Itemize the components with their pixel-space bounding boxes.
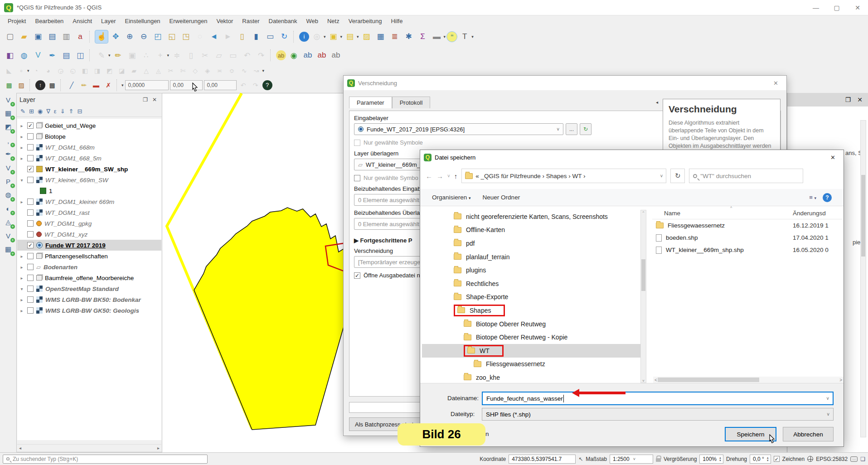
scroll-left-icon[interactable]: ◂ <box>19 446 21 450</box>
layer-item[interactable]: WT_DGM1_rast <box>17 207 161 218</box>
datasource-manager-icon[interactable]: ◧ <box>4 49 16 62</box>
delete-ring-icon[interactable]: ◪ <box>116 65 127 76</box>
panel-float-icon[interactable]: ❐ <box>141 97 150 103</box>
remove-layer-icon[interactable]: ⊟ <box>77 108 82 115</box>
layer-item[interactable]: ▸Baumfreie_offene_Moorbereiche <box>17 272 161 283</box>
folder-tree-item[interactable]: Offline-Karten <box>422 223 642 237</box>
magnifier-spinbox[interactable]: 100%▲▼ <box>699 455 723 464</box>
layer-visibility-checkbox[interactable] <box>27 296 34 303</box>
zoom-last-icon[interactable]: ◄ <box>208 30 220 43</box>
simplify-feature-icon[interactable]: ◵ <box>68 65 78 76</box>
folder-tree-item[interactable]: Shape-Exporte <box>422 291 642 304</box>
manage-map-themes-icon[interactable]: ◉ <box>38 108 43 115</box>
layer-item[interactable]: ▸Biotope <box>17 131 161 142</box>
cad-tools-icon[interactable]: ∘ <box>16 65 27 76</box>
expander-icon[interactable]: ▸ <box>19 308 24 313</box>
extents-toggle-icon[interactable]: ↖ <box>578 456 583 462</box>
pan-map-icon[interactable]: ☝ <box>95 30 108 43</box>
tab-protokoll[interactable]: Protokoll <box>392 97 431 108</box>
expand-all-icon[interactable]: ⇓ <box>60 108 65 115</box>
reverse-line-icon[interactable]: ↝ <box>251 65 262 76</box>
folder-tree-item[interactable]: plugins <box>422 263 642 277</box>
messages-icon[interactable]: … <box>850 456 858 462</box>
toggle-editing-icon[interactable]: ✏ <box>112 49 125 62</box>
draw-pencil-icon[interactable]: ✏ <box>78 80 89 91</box>
expander-icon[interactable]: ▸ <box>19 156 24 161</box>
add-mesh-layer-icon[interactable]: ◩+ <box>3 121 14 132</box>
undo-icon[interactable]: ↶ <box>241 49 253 62</box>
new-print-layout-icon[interactable]: ▤ <box>46 30 58 43</box>
new-folder-button[interactable]: Neuer Ordner <box>483 194 520 201</box>
tab-parameter[interactable]: Parameter <box>349 97 392 108</box>
rotate-feature-icon[interactable]: ◶ <box>55 65 66 76</box>
search-input[interactable]: "WT" durchsuchen <box>689 169 803 183</box>
layer-labeling-icon[interactable]: ab <box>276 50 286 60</box>
filter-expression-icon[interactable]: ε <box>54 108 57 115</box>
panel-close-icon[interactable]: ✕ <box>857 96 863 103</box>
dark-help-icon[interactable]: ? <box>262 80 272 90</box>
menu-verarbeitung[interactable]: Verarbeitung <box>344 16 386 26</box>
file-list-hscrollbar[interactable]: < > <box>653 377 844 383</box>
add-vector-dataset-icon[interactable]: V+ <box>3 162 14 173</box>
vertex-tool-icon[interactable]: + <box>154 49 167 62</box>
close-icon[interactable]: ✕ <box>769 80 783 87</box>
nav-forward-icon[interactable]: → <box>436 172 443 180</box>
current-edits-icon[interactable]: ✎ <box>95 49 108 62</box>
nav-back-icon[interactable]: ← <box>426 172 432 180</box>
layer-visibility-checkbox[interactable] <box>27 199 34 205</box>
organize-menu[interactable]: Organisieren ▾ <box>432 194 471 201</box>
folder-tree-item[interactable]: Fliessgewaessernetz <box>422 358 642 371</box>
save-button[interactable]: Speichern <box>725 427 776 441</box>
menu-ansicht[interactable]: Ansicht <box>68 16 96 26</box>
zoom-full-icon[interactable]: ◰ <box>151 30 164 43</box>
measure-line-icon[interactable]: ▬ <box>431 30 443 43</box>
layer-visibility-checkbox[interactable] <box>27 264 34 270</box>
nav-up-icon[interactable]: ↑ <box>454 172 458 180</box>
layer-visibility-checkbox[interactable] <box>27 231 34 237</box>
add-postgis-icon[interactable]: P+ <box>3 176 14 187</box>
lock-icon[interactable] <box>656 458 661 462</box>
dropdown-caret-icon[interactable]: ▾ <box>108 53 111 58</box>
menu-bearbeiten[interactable]: Bearbeiten <box>31 16 68 26</box>
menu-hilfe[interactable]: Hilfe <box>387 16 407 26</box>
label-toolbar-pin-icon[interactable]: ab <box>301 49 314 62</box>
modify-attributes-icon[interactable]: ≑ <box>170 49 183 62</box>
file-list-row[interactable]: boeden.shp17.04.2020 1 <box>652 232 843 244</box>
new-project-icon[interactable]: ▢ <box>4 30 16 43</box>
new-vector-layer-icon[interactable]: V+ <box>3 94 14 105</box>
layer-visibility-checkbox[interactable] <box>27 209 34 216</box>
wrench-tool-icon[interactable]: ✗ <box>103 80 114 91</box>
layer-visibility-checkbox[interactable]: ✓ <box>27 242 34 248</box>
new-shapefile-layer-icon[interactable]: V <box>32 49 44 62</box>
layer-item[interactable]: ✓WT_kleiner__669m_SW_shp <box>17 164 161 174</box>
select-by-form-icon[interactable]: ▤ <box>344 30 356 43</box>
refresh-map-icon[interactable]: ↻ <box>278 30 291 43</box>
checkbox-unchecked[interactable] <box>354 140 360 146</box>
layout-manager-icon[interactable]: ▥ <box>60 30 73 43</box>
chevron-down-icon[interactable]: ˅ <box>660 174 663 179</box>
new-geopackage-layer-icon[interactable]: ▤ <box>60 49 73 62</box>
open-attribute-table-icon[interactable]: ▦ <box>374 30 387 43</box>
layer-visibility-checkbox[interactable]: ✓ <box>27 122 34 129</box>
run-feature-action-icon[interactable]: ◎ <box>310 30 323 43</box>
expander-icon[interactable]: ▾ <box>19 178 24 183</box>
offset-curve-icon[interactable]: ◬ <box>153 65 164 76</box>
file-list-row[interactable]: WT_kleiner__669m_shp.shp16.05.2020 0 <box>652 244 843 256</box>
label-move-icon[interactable]: ab <box>330 49 342 62</box>
add-spatialite-icon[interactable]: ✒+ <box>3 149 14 160</box>
filename-input[interactable]: Funde_feucht_nass_wasser ˅ <box>482 392 834 405</box>
delete-selected-icon[interactable]: ▯ <box>184 49 197 62</box>
cancel-button[interactable]: Abbrechen <box>783 427 834 441</box>
expander-icon[interactable]: ▸ <box>19 254 24 259</box>
show-bookmarks-icon[interactable]: ▮ <box>250 30 262 43</box>
column-header-date[interactable]: Änderungsd <box>793 210 826 217</box>
copy-move-feature-icon[interactable]: ◕ <box>43 65 54 76</box>
add-virtual-table-icon[interactable]: ▦+ <box>3 244 14 255</box>
folder-tree-item[interactable]: planlauf_terrain <box>422 250 642 264</box>
zoom-in-icon[interactable]: ⊕ <box>123 30 136 43</box>
text-annotation-icon[interactable]: T <box>458 30 471 43</box>
menu-raster[interactable]: Raster <box>238 16 263 26</box>
scale-combo[interactable]: 1:2500˅ <box>610 455 653 464</box>
layer-visibility-checkbox[interactable] <box>27 177 34 183</box>
layer-item[interactable]: ▾OpenStreetMap Standard <box>17 283 161 294</box>
